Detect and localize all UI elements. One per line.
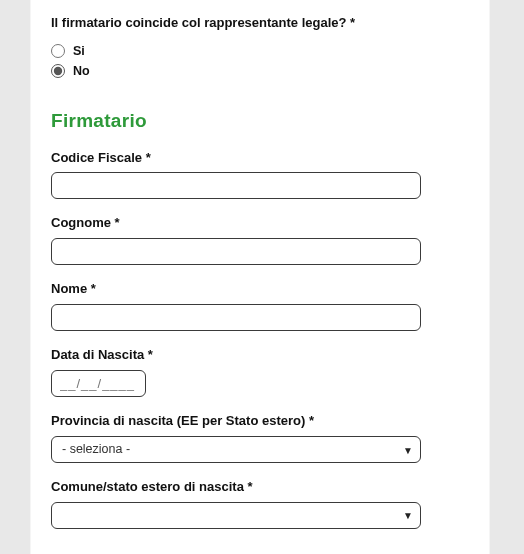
question-label: Il firmatario coincide col rappresentant…	[51, 14, 469, 32]
label-cognome: Cognome *	[51, 215, 469, 232]
input-nome[interactable]	[51, 304, 421, 331]
select-comune[interactable]	[51, 502, 421, 529]
field-data-nascita: Data di Nascita *	[51, 347, 469, 397]
label-codice-fiscale: Codice Fiscale *	[51, 150, 469, 167]
label-provincia: Provincia di nascita (EE per Stato ester…	[51, 413, 469, 430]
radio-option-no[interactable]: No	[51, 64, 469, 78]
radio-si-label: Si	[73, 44, 85, 58]
field-nome: Nome *	[51, 281, 469, 331]
input-cognome[interactable]	[51, 238, 421, 265]
field-comune: Comune/stato estero di nascita * ▼	[51, 479, 469, 529]
radio-no-label: No	[73, 64, 90, 78]
section-title-firmatario: Firmatario	[51, 110, 469, 132]
label-comune: Comune/stato estero di nascita *	[51, 479, 469, 496]
label-data-nascita: Data di Nascita *	[51, 347, 469, 364]
radio-option-si[interactable]: Si	[51, 44, 469, 58]
radio-si-input[interactable]	[51, 44, 65, 58]
form-card: Il firmatario coincide col rappresentant…	[30, 0, 490, 554]
input-codice-fiscale[interactable]	[51, 172, 421, 199]
radio-no-input[interactable]	[51, 64, 65, 78]
input-data-nascita[interactable]	[51, 370, 146, 397]
label-nome: Nome *	[51, 281, 469, 298]
select-provincia[interactable]: - seleziona -	[51, 436, 421, 463]
field-cognome: Cognome *	[51, 215, 469, 265]
field-codice-fiscale: Codice Fiscale *	[51, 150, 469, 200]
field-provincia: Provincia di nascita (EE per Stato ester…	[51, 413, 469, 463]
